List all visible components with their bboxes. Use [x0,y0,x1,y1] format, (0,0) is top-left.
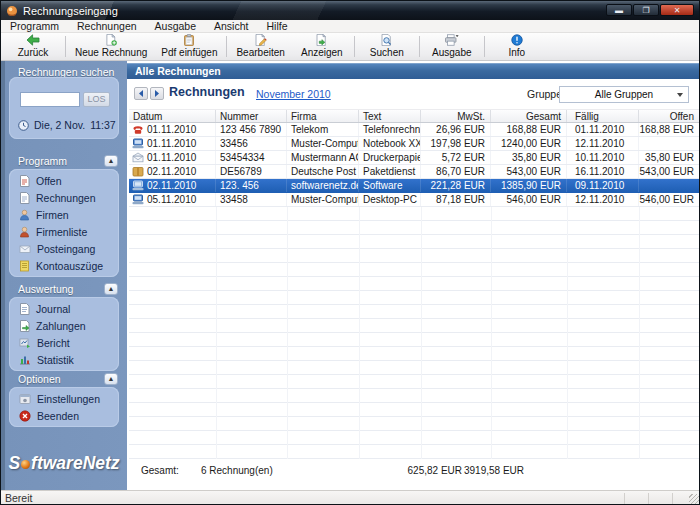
back-button[interactable]: Zurück [3,33,63,60]
sidebar-item-firmenliste[interactable]: Firmenliste [9,223,119,240]
new-invoice-button[interactable]: Neue Rechnung [68,33,154,60]
previous-month-button[interactable] [134,87,148,100]
edit-button[interactable]: Bearbeiten [229,33,291,60]
collapse-button-auswertung[interactable]: ▲ [104,283,118,295]
table-row[interactable]: 01.11.2010 53454334 Mustermann AG Drucke… [129,151,699,165]
month-link[interactable]: November 2010 [256,88,331,100]
column-header-gesamt[interactable]: Gesamt [491,110,567,122]
chevron-left-icon [138,90,144,97]
table-header: Datum Nummer Firma Text MwSt. Gesamt Fäl… [129,109,699,123]
table-footer: Gesamt: 6 Rechnung(en) 625,82 EUR 3919,5… [129,464,699,479]
cell-faellig: 12.11.2010 [567,137,639,150]
toolbar-separator [65,36,66,57]
search-input[interactable] [20,92,80,107]
search-button[interactable]: Suchen [357,33,417,60]
menu-programm[interactable]: Programm [1,20,68,32]
sidebar-item-einstellungen[interactable]: Einstellungen [9,390,119,407]
column-grid-line [359,207,360,459]
sidebar-item-bericht[interactable]: Bericht [9,334,119,351]
page-title: Rechnungen [169,85,245,99]
workspace: Rechnungen suchen LOS Die, 2 Nov. 11:37 … [1,61,700,490]
settings-icon [19,393,31,405]
column-header-faellig[interactable]: Fällig [567,110,639,122]
sidebar-item-firmen[interactable]: Firmen [9,206,119,223]
info-icon [509,34,525,46]
info-button[interactable]: Info [487,33,547,60]
column-header-text[interactable]: Text [359,110,421,122]
cell-datum: 02.11.2010 [129,165,216,178]
menu-ansicht[interactable]: Ansicht [205,20,257,32]
column-header-nummer[interactable]: Nummer [216,110,287,122]
column-header-firma[interactable]: Firma [287,110,359,122]
cell-datum: 05.11.2010 [129,193,216,206]
clock-icon[interactable] [18,120,29,131]
sidebar-item-kontoauszuege[interactable]: Kontoauszüge [9,257,119,274]
cell-datum: 01.11.2010 [129,123,216,136]
cell-faellig: 16.11.2010 [567,165,639,178]
cell-mwst: 87,18 EUR [421,193,491,206]
menu-ausgabe[interactable]: Ausgabe [146,20,205,32]
table-row[interactable]: 01.11.2010 33456 Muster-Computer Noteboo… [129,137,699,151]
auswertung-panel: Journal Zahlungen Bericht [9,297,119,371]
minimize-button[interactable]: ▬ [606,4,632,16]
column-header-datum[interactable]: Datum [129,110,216,122]
footer-separator [127,459,700,460]
nav-row: Rechnungen November 2010 Gruppe: Alle Gr… [127,81,700,107]
statistics-icon [19,354,31,365]
sidebar-item-journal[interactable]: Journal [9,300,119,317]
phone-icon [132,124,144,135]
print-button[interactable]: Ausgabe [422,33,482,60]
view-button[interactable]: Anzeigen [292,33,352,60]
computer-icon [132,194,144,205]
statusbar-divider [648,493,649,505]
current-time: 11:37 [90,119,116,131]
journal-icon [19,303,30,315]
next-month-button[interactable] [150,87,164,100]
cell-text: Druckerpapier [359,151,421,164]
section-title-optionen: Optionen [18,373,61,385]
bank-statements-icon [19,260,30,272]
maximize-button[interactable]: ❐ [633,4,659,16]
search-icon [378,34,395,46]
sidebar-item-beenden[interactable]: Beenden [9,407,119,424]
sidebar: Rechnungen suchen LOS Die, 2 Nov. 11:37 … [1,61,127,490]
sidebar-item-offen[interactable]: Offen [9,172,119,189]
toolbar-separator [419,36,420,57]
table-row[interactable]: 05.11.2010 33458 Muster-Computer Desktop… [129,193,699,207]
column-header-mwst[interactable]: MwSt. [421,110,491,122]
print-icon [442,34,461,46]
cell-nummer: 53454334 [216,151,287,164]
cell-firma: Mustermann AG [287,151,359,164]
menu-rechnungen[interactable]: Rechnungen [68,20,146,32]
resize-grip[interactable] [689,494,699,504]
column-header-offen[interactable]: Offen [639,110,699,122]
sidebar-item-rechnungen[interactable]: Rechnungen [9,189,119,206]
inbox-icon [19,243,31,254]
collapse-button-programm[interactable]: ▲ [104,155,118,167]
cell-faellig: 10.11.2010 [567,151,639,164]
search-go-button[interactable]: LOS [83,92,110,107]
table-row[interactable]: 01.11.2010 123 456 7890 Telekom Telefonr… [129,123,699,137]
column-grid-line [491,207,492,459]
status-text: Bereit [5,492,32,504]
collapse-button-optionen[interactable]: ▲ [104,373,118,385]
sidebar-item-zahlungen[interactable]: Zahlungen [9,317,119,334]
cell-offen: 543,00 EUR [639,165,699,178]
paste-pdf-button[interactable]: Pdf einfügen [154,33,224,60]
table-row-selected[interactable]: 02.11.2010 123. 456 softwarenetz.de Soft… [129,179,699,193]
close-button[interactable]: ✕ [660,4,694,16]
logo-o-dot [21,460,30,469]
cell-offen: 546,00 EUR [639,193,699,206]
company-list-icon [19,226,30,238]
cell-mwst: 221,28 EUR [421,179,491,192]
main-area: Alle Rechnungen Rechnungen November 2010… [127,61,700,490]
group-dropdown[interactable]: Alle Gruppen [559,86,689,103]
menu-hilfe[interactable]: Hilfe [257,20,296,32]
package-icon [132,166,144,177]
sidebar-item-statistik[interactable]: Statistik [9,351,119,368]
programm-panel: Offen Rechnungen Firmen [9,169,119,277]
cell-datum: 02.11.2010 [129,179,216,192]
sidebar-item-posteingang[interactable]: Posteingang [9,240,119,257]
table-row[interactable]: 02.11.2010 DE56789 Deutsche Post Paketdi… [129,165,699,179]
toolbar-separator [226,36,227,57]
